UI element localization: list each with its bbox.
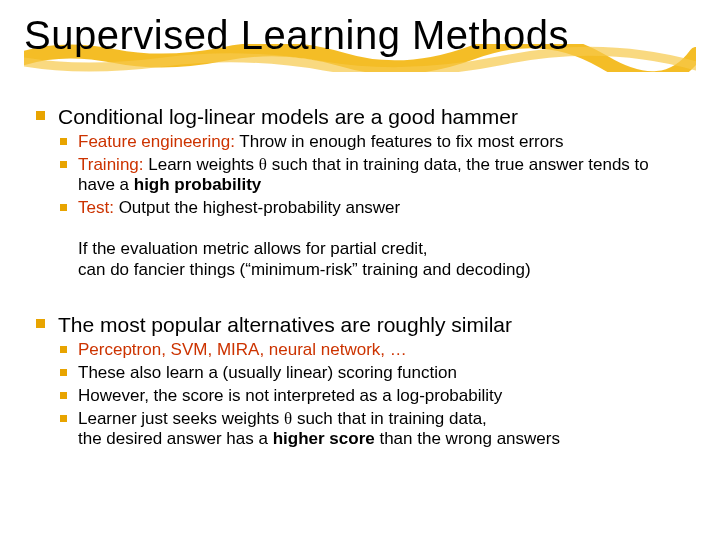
slide-title: Supervised Learning Methods	[24, 14, 696, 56]
theta-symbol: θ	[259, 155, 267, 174]
note-line: can do fancier things (“minimum-risk” tr…	[78, 260, 531, 279]
highlight-text: Perceptron, SVM, MIRA, neural network, …	[78, 340, 407, 359]
bullet-text: However, the score is not interpreted as…	[78, 386, 502, 405]
bullet-level2: Perceptron, SVM, MIRA, neural network, …	[30, 340, 690, 361]
bold-text: high probability	[134, 175, 262, 194]
bullet-level1: The most popular alternatives are roughl…	[30, 312, 690, 338]
bullet-level2: However, the score is not interpreted as…	[30, 386, 690, 407]
note-line: If the evaluation metric allows for part…	[78, 239, 428, 258]
bullet-level2: Test: Output the highest-probability ans…	[30, 198, 690, 219]
bullet-text: Conditional log-linear models are a good…	[58, 105, 518, 128]
bullet-text: Learn weights	[144, 155, 259, 174]
bullet-text: such that in training data,	[292, 409, 487, 428]
highlight-text: Test:	[78, 198, 114, 217]
bullet-text: Throw in enough features to fix most err…	[235, 132, 564, 151]
theta-symbol: θ	[284, 409, 292, 428]
bullet-level1: Conditional log-linear models are a good…	[30, 104, 690, 130]
bullet-text: These also learn a (usually linear) scor…	[78, 363, 457, 382]
bullet-text: the desired answer has a	[78, 429, 273, 448]
bullet-level2: Training: Learn weights θ such that in t…	[30, 155, 690, 196]
bullet-text: than the wrong answers	[375, 429, 560, 448]
bullet-text: Output the highest-probability answer	[114, 198, 400, 217]
bullet-text: Learner just seeks weights	[78, 409, 284, 428]
note-text: If the evaluation metric allows for part…	[30, 239, 690, 280]
bullet-level2: These also learn a (usually linear) scor…	[30, 363, 690, 384]
bullet-level2: Learner just seeks weights θ such that i…	[30, 409, 690, 450]
highlight-text: Training:	[78, 155, 144, 174]
bullet-level2: Feature engineering: Throw in enough fea…	[30, 132, 690, 153]
slide-body: Conditional log-linear models are a good…	[0, 56, 720, 450]
highlight-text: Feature engineering:	[78, 132, 235, 151]
bold-text: higher score	[273, 429, 375, 448]
bullet-text: The most popular alternatives are roughl…	[58, 313, 512, 336]
